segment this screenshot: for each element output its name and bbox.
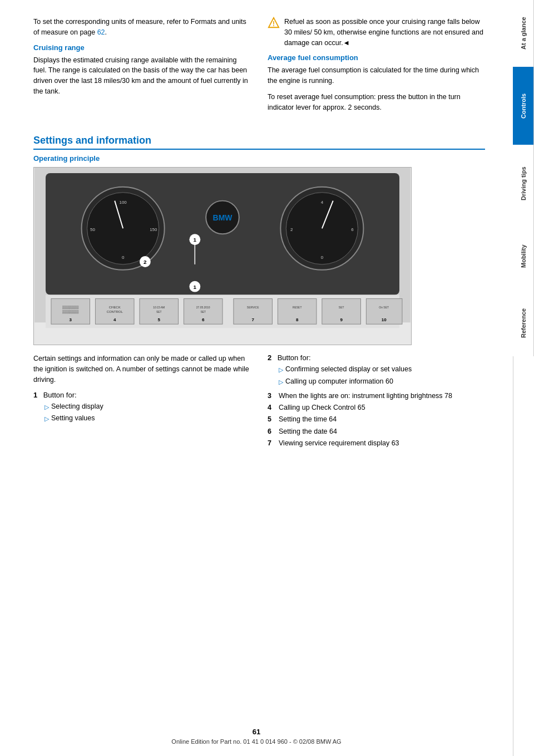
item-6-text: Setting the date 64 <box>279 426 337 438</box>
top-left-column: To set the corresponding units of measur… <box>33 17 251 118</box>
sidebar-tab-mobility[interactable]: Mobility <box>513 223 534 289</box>
svg-text:50: 50 <box>90 228 95 233</box>
cruising-range-body: Displays the estimated cruising range av… <box>33 55 251 97</box>
item-5-text: Setting the time 64 <box>279 414 337 425</box>
svg-text:On SET: On SET <box>379 307 389 310</box>
item-1-bullets: ▷ Selecting display ▷ Setting values <box>44 401 251 424</box>
svg-text:5: 5 <box>158 318 161 323</box>
svg-text:2: 2 <box>290 228 293 233</box>
item-6-num: 6 <box>268 426 275 438</box>
warning-box: ! Refuel as soon as possible once your c… <box>268 17 485 48</box>
warning-triangle-icon: ! <box>268 17 280 29</box>
bullet-selecting-display: ▷ Selecting display <box>44 401 251 412</box>
svg-text:4: 4 <box>321 200 324 205</box>
item-1-label: Button for: <box>43 391 77 399</box>
sidebar-label-controls: Controls <box>520 93 527 118</box>
bullet-arrow-icon-4: ▷ <box>279 377 283 387</box>
page-number: 61 <box>253 728 260 736</box>
svg-text:4: 4 <box>113 318 116 323</box>
svg-text:SERVICE: SERVICE <box>247 307 259 310</box>
item-4-text: Calling up Check Control 65 <box>279 402 365 414</box>
bottom-section: Certain settings and information can onl… <box>33 354 485 449</box>
svg-text:CONTROL: CONTROL <box>107 311 123 314</box>
sidebar-label-mobility: Mobility <box>520 244 527 268</box>
svg-text:▒▒▒▒▒▒▒: ▒▒▒▒▒▒▒ <box>62 306 79 310</box>
svg-text:10:15 AM: 10:15 AM <box>153 307 165 310</box>
settings-section: Settings and information Operating princ… <box>33 135 485 449</box>
page-footer: 61 Online Edition for Part no. 01 41 0 0… <box>0 728 513 745</box>
footer-text: Online Edition for Part no. 01 41 0 014 … <box>171 738 341 745</box>
svg-text:6: 6 <box>202 318 205 323</box>
bottom-right-column: 2 Button for: ▷ Confirming selected disp… <box>268 354 485 449</box>
confirming-text: Confirming selected display or set value… <box>285 364 412 375</box>
sidebar-label-reference: Reference <box>520 308 527 337</box>
item-7-num: 7 <box>268 438 275 449</box>
item-5-num: 5 <box>268 414 275 425</box>
avg-fuel-body2: To reset average fuel consumption: press… <box>268 92 485 113</box>
sidebar-tab-controls[interactable]: Controls <box>513 67 534 145</box>
svg-text:0: 0 <box>122 255 125 260</box>
svg-text:SET: SET <box>156 311 162 314</box>
svg-text:27.05.2010: 27.05.2010 <box>196 307 210 310</box>
cruising-range-heading: Cruising range <box>33 43 251 52</box>
svg-text:CHECK: CHECK <box>109 306 121 310</box>
item-2-label: Button for: <box>278 354 311 362</box>
setting-values-text: Setting values <box>51 413 95 424</box>
svg-text:3: 3 <box>70 318 72 323</box>
item-2-bullets: ▷ Confirming selected display or set val… <box>279 364 485 387</box>
bottom-left-column: Certain settings and information can onl… <box>33 354 251 449</box>
page-link-62[interactable]: 62 <box>97 28 105 36</box>
list-item-6: 6 Setting the date 64 <box>268 426 485 438</box>
svg-text:SET: SET <box>200 311 206 314</box>
bullet-arrow-icon-2: ▷ <box>44 414 49 424</box>
sidebar-tab-driving-tips[interactable]: Driving tips <box>513 145 534 223</box>
avg-fuel-body1: The average fuel consumption is calculat… <box>268 65 485 86</box>
svg-text:1: 1 <box>194 237 197 243</box>
sidebar-label-at-glance: At a glance <box>520 17 527 50</box>
numbered-list: 3 When the lights are on: instrument lig… <box>268 390 485 449</box>
sidebar: At a glance Controls Driving tips Mobili… <box>513 0 534 756</box>
item-1: 1 Button for: ▷ Selecting display ▷ Sett… <box>33 391 251 424</box>
svg-text:8: 8 <box>296 318 299 323</box>
sidebar-tab-at-glance[interactable]: At a glance <box>513 0 534 67</box>
item-2-num: 2 <box>268 354 275 362</box>
item-3-text: When the lights are on: instrument light… <box>279 390 452 402</box>
bullet-confirming: ▷ Confirming selected display or set val… <box>279 364 485 375</box>
svg-text:SET: SET <box>339 307 344 310</box>
svg-text:150: 150 <box>150 228 157 233</box>
avg-fuel-heading: Average fuel consumption <box>268 53 485 62</box>
item-7-text: Viewing service requirement display 63 <box>279 438 399 449</box>
list-item-4: 4 Calling up Check Control 65 <box>268 402 485 414</box>
item-4-num: 4 <box>268 402 275 414</box>
main-heading: Settings and information <box>33 135 485 150</box>
dashboard-image: 100 0 50 150 BMW 4 0 2 <box>33 167 412 345</box>
item-3-num: 3 <box>268 390 275 402</box>
intro-text: Certain settings and information can onl… <box>33 354 251 385</box>
selecting-display-text: Selecting display <box>51 401 103 412</box>
bullet-arrow-icon: ▷ <box>44 402 49 412</box>
sidebar-tab-reference[interactable]: Reference <box>513 289 534 356</box>
svg-text:9: 9 <box>340 318 343 323</box>
svg-text:7: 7 <box>251 318 254 323</box>
item-2: 2 Button for: ▷ Confirming selected disp… <box>268 354 485 387</box>
list-item-7: 7 Viewing service requirement display 63 <box>268 438 485 449</box>
svg-text:!: ! <box>273 20 275 28</box>
operating-principle-heading: Operating principle <box>33 154 485 163</box>
svg-text:RESET: RESET <box>293 307 302 310</box>
svg-text:10: 10 <box>382 318 387 323</box>
item-1-num: 1 <box>33 391 41 399</box>
sidebar-spacer <box>513 356 534 756</box>
warning-text: Refuel as soon as possible once your cru… <box>284 17 485 48</box>
svg-text:2: 2 <box>144 259 147 265</box>
bullet-arrow-icon-3: ▷ <box>279 365 283 375</box>
list-item-5: 5 Setting the time 64 <box>268 414 485 425</box>
units-measure-text: To set the corresponding units of measur… <box>33 17 251 38</box>
list-item-3: 3 When the lights are on: instrument lig… <box>268 390 485 402</box>
svg-text:6: 6 <box>351 228 354 233</box>
svg-text:100: 100 <box>120 200 127 205</box>
svg-text:1: 1 <box>194 284 197 290</box>
svg-text:▒▒▒▒▒▒▒: ▒▒▒▒▒▒▒ <box>62 311 79 315</box>
sidebar-label-driving-tips: Driving tips <box>520 167 527 201</box>
svg-text:0: 0 <box>321 255 324 260</box>
bullet-calling-up: ▷ Calling up computer information 60 <box>279 376 485 387</box>
